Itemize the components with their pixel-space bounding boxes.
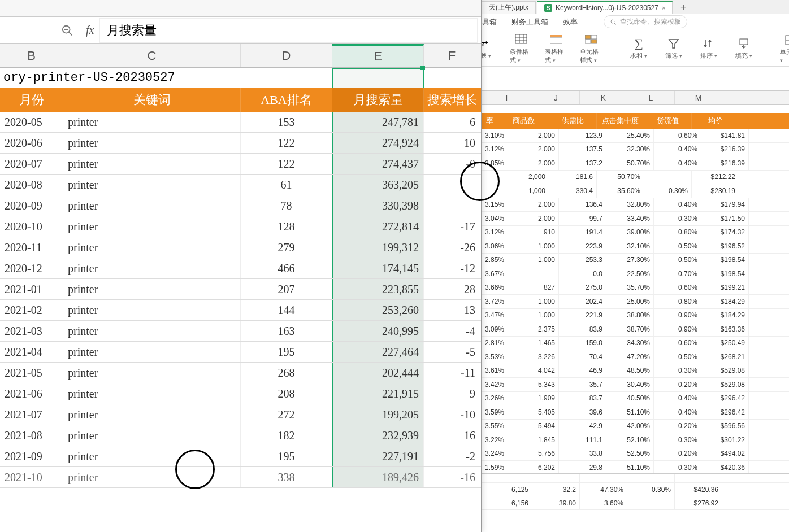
col-header-E-selected[interactable]: E [332,44,424,67]
cell-flow[interactable]: 0.30% [654,364,701,378]
table-row[interactable]: 2021-06printer208221,9159 [0,383,481,404]
cell-avg-price[interactable]: $250.49 [701,337,749,350]
table-row[interactable]: 2021-10printer338189,426-16 [0,467,481,488]
col-header-M[interactable]: M [675,91,722,104]
table-row[interactable]: 3.67%0.022.50%0.70%$198.54 [482,267,789,281]
cell-aba-rank[interactable]: 195 [241,446,332,466]
cell-avg-price[interactable]: $196.52 [701,239,749,253]
cell-aba-rank[interactable]: 163 [241,321,332,341]
table-row[interactable]: 2020-05printer153247,7816 [0,112,481,133]
cell-supply-ratio[interactable]: 0.0 [559,267,606,281]
table-row[interactable]: 2020-06printer122274,92410 [0,133,481,154]
cell-search-volume[interactable]: 272,814 [332,216,424,237]
cell-growth[interactable]: -12 [424,258,480,278]
cell-supply-ratio[interactable]: 181.6 [549,171,597,184]
cell-month[interactable]: 2021-07 [0,404,63,425]
cell-supply-ratio[interactable]: 29.8 [559,461,606,474]
cell-flow[interactable]: 0.90% [654,309,701,322]
table-row[interactable]: 2021-07printer272199,205-10 [0,404,481,425]
cell-month[interactable]: 2021-09 [0,446,63,466]
cell-product-count[interactable]: 1,000 [508,239,559,253]
cell-rate[interactable]: 3.42% [482,378,508,391]
cell-flow[interactable]: 0.20% [654,420,701,433]
cell-flow[interactable]: 0.40% [654,156,701,170]
cell-growth[interactable]: 16 [424,425,480,446]
cell-click-conc[interactable]: 48.50% [606,364,654,378]
cell-keyword[interactable]: printer [63,446,241,466]
table-row[interactable]: 2.81%1,465159.034.30%0.60%$250.49 [482,337,789,351]
cell-flow[interactable]: 0.30% [654,461,701,474]
cell-rate[interactable]: 3.24% [482,447,508,461]
table-row[interactable]: 2.85%2,000137.250.70%0.40%$216.39 [482,156,789,171]
cell-search-volume[interactable]: 253,260 [332,300,424,320]
table-row[interactable]: 3.66%827275.035.70%0.60%$199.21 [482,281,789,295]
cell-rate[interactable]: 3.61% [482,364,508,378]
cell-growth[interactable]: -17 [424,216,480,237]
cell-flow[interactable]: 0.40% [654,392,701,405]
cell[interactable]: $276.92 [675,496,722,509]
table-row[interactable]: 2021-01printer207223,85528 [0,279,481,300]
cell-supply-ratio[interactable]: 111.1 [559,433,606,447]
cell-month[interactable]: 2020-12 [0,258,63,278]
cell-search-volume[interactable]: 232,939 [332,425,424,446]
cell-supply-ratio[interactable]: 253.3 [559,254,606,267]
table-row[interactable]: 3.55%5,49442.942.00%0.20%$596.56 [482,420,789,434]
cell-aba-rank[interactable]: 61 [241,175,332,195]
cell-product-count[interactable]: 2,000 [508,129,559,142]
cell-month[interactable]: 2020-06 [0,133,63,153]
cell-aba-rank[interactable]: 268 [241,363,332,383]
cell-product-count[interactable]: 2,000 [508,156,559,170]
cell-rate[interactable]: 3.04% [482,212,508,225]
cell-avg-price[interactable]: $184.29 [701,295,749,308]
cell-month[interactable]: 2020-05 [0,112,63,132]
table-row[interactable]: 1,000330.435.60%0.30%$230.19 [482,184,789,198]
cell-search-volume[interactable]: 274,437 [332,154,424,174]
tool-table-style[interactable]: 表格样式 [545,33,567,64]
cell-product-count[interactable]: 5,405 [508,405,559,419]
cell-avg-price[interactable]: $179.94 [701,198,749,212]
cell-rate[interactable]: 3.55% [482,420,508,433]
cell-keyword[interactable]: printer [63,279,241,299]
cell-keyword[interactable]: printer [63,321,241,341]
cell-growth[interactable]: -5 [424,342,480,362]
cell[interactable]: 47.30% [580,483,627,496]
cell-aba-rank[interactable]: 195 [241,342,332,362]
front-column-headers[interactable]: B C D E F [0,44,481,68]
cell-aba-rank[interactable]: 153 [241,112,332,132]
cell[interactable]: 6,156 [482,496,532,509]
cell-month[interactable]: 2021-01 [0,279,63,299]
cell-click-conc[interactable]: 22.50% [606,267,654,281]
cell[interactable]: $420.36 [675,483,722,496]
cell-keyword[interactable]: printer [63,216,241,237]
cell-avg-price[interactable]: $216.39 [701,156,749,170]
cell-avg-price[interactable]: $529.08 [701,364,749,378]
cell-avg-price[interactable]: $141.81 [701,129,749,142]
cell-flow[interactable]: 0.60% [654,337,701,350]
cell-keyword[interactable]: printer [63,404,241,425]
formula-bar-input[interactable]: 月搜索量 [99,18,478,43]
table-row[interactable]: 3.47%1,000221.938.80%0.90%$184.29 [482,309,789,323]
cell-rate[interactable]: 3.59% [482,405,508,419]
cell-aba-rank[interactable]: 144 [241,300,332,320]
cell-aba-rank[interactable]: 208 [241,383,332,404]
fx-icon[interactable]: fx [86,24,94,37]
table-row[interactable]: 3.10%2,000123.925.40%0.60%$141.81 [482,129,789,143]
cell-aba-rank[interactable]: 182 [241,425,332,446]
cell-product-count[interactable]: 5,756 [508,447,559,461]
cell-keyword[interactable]: printer [63,363,241,383]
cell-rate[interactable]: 2.81% [482,337,508,350]
table-row[interactable]: 3.42%5,34335.730.40%0.20%$529.08 [482,378,789,392]
ribbon-search[interactable]: 查找命令、搜索模板 [604,15,687,28]
col-header-D[interactable]: D [241,44,332,67]
cell-click-conc[interactable]: 33.40% [606,212,654,225]
cell-click-conc[interactable]: 42.00% [606,420,654,433]
cell-rate[interactable]: 3.47% [482,309,508,322]
cell-rate[interactable]: 3.53% [482,350,508,364]
table-row[interactable]: 2.85%1,000253.327.30%0.50%$198.54 [482,254,789,268]
cell-search-volume[interactable]: 174,145 [332,258,424,278]
cell-supply-ratio[interactable]: 275.0 [559,281,606,295]
cell-rate[interactable]: 3.72% [482,295,508,308]
cell-rate[interactable]: 3.09% [482,322,508,336]
table-row[interactable]: 3.26%1,90983.740.50%0.40%$296.42 [482,392,789,406]
cell-product-count[interactable]: 2,000 [508,143,559,156]
